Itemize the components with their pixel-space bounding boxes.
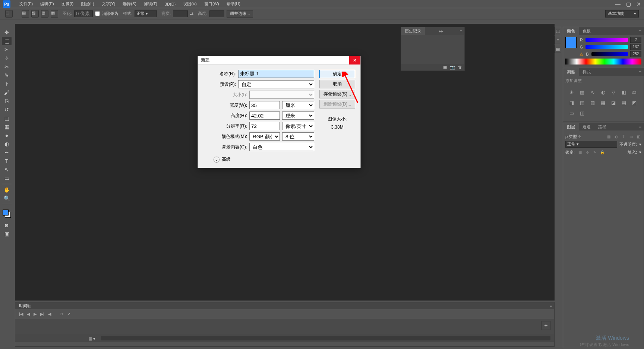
zoom-tool-icon[interactable]: 🔍 (2, 194, 12, 202)
menu-edit[interactable]: 编辑(E) (37, 1, 58, 7)
collapsed-panel-icon-2[interactable]: ≡ (555, 36, 561, 44)
adjust-selective-icon[interactable]: ◫ (579, 110, 585, 116)
close-icon[interactable]: ✕ (634, 0, 644, 8)
workspace-select[interactable]: 基本功能▾ (605, 10, 639, 18)
preset-select[interactable]: 自定 (238, 80, 314, 88)
adjust-exposure-icon[interactable]: ◐ (600, 89, 606, 95)
width-dlg-input[interactable] (249, 101, 280, 109)
tl-play-icon[interactable]: ▶ (34, 312, 37, 317)
eyedropper-tool-icon[interactable]: ✎ (2, 71, 12, 79)
menu-filter[interactable]: 滤镜(T) (140, 1, 161, 7)
selection-add-icon[interactable]: ▧ (31, 10, 39, 18)
color-menu-icon[interactable]: ≡ (637, 29, 644, 33)
swap-wh-icon[interactable]: ⇄ (190, 11, 193, 16)
history-delete-icon[interactable]: 🗑 (458, 65, 462, 69)
ok-button[interactable]: 确定 (319, 70, 355, 78)
tl-transition-icon[interactable]: ↗ (67, 312, 70, 317)
height-dlg-input[interactable] (249, 111, 280, 120)
menu-view[interactable]: 视图(V) (179, 1, 201, 7)
blur-tool-icon[interactable]: ● (2, 131, 12, 139)
color-swatches[interactable] (3, 210, 11, 218)
history-tab[interactable]: 历史记录 (401, 27, 425, 35)
selection-intersect-icon[interactable]: ▩ (51, 10, 58, 18)
menu-layer[interactable]: 图层(L) (77, 1, 98, 7)
adjust-invert-icon[interactable]: ◪ (610, 99, 617, 106)
quick-mask-icon[interactable]: ◙ (2, 221, 12, 229)
tl-prev-icon[interactable]: ◀ (27, 312, 30, 317)
lock-paint-icon[interactable]: ✎ (592, 149, 598, 155)
width-input[interactable] (173, 10, 188, 17)
type-tool-icon[interactable]: T (2, 157, 12, 165)
save-preset-button[interactable]: 存储预设(S)... (319, 90, 355, 98)
adjust-menu-icon[interactable]: ≡ (637, 70, 644, 74)
g-slider[interactable] (585, 45, 628, 49)
adjust-hue-icon[interactable]: ◧ (621, 89, 627, 95)
menu-select[interactable]: 选择(S) (119, 1, 140, 7)
bgcontent-select[interactable]: 白色 (249, 143, 314, 151)
tl-settings-icon[interactable]: ▦ ▾ (88, 336, 95, 341)
marquee-tool-icon[interactable]: ⬚ (2, 37, 12, 45)
adjust-vibrance-icon[interactable]: ▽ (610, 89, 617, 95)
channels-tab[interactable]: 通道 (579, 123, 594, 131)
adjust-gradmap-icon[interactable]: ▭ (568, 110, 575, 116)
adjust-curves-icon[interactable]: ∿ (589, 89, 596, 95)
feather-input[interactable] (74, 10, 93, 17)
foreground-color-swatch[interactable] (3, 210, 9, 216)
adjust-levels-icon[interactable]: ▦ (579, 89, 585, 95)
clone-stamp-tool-icon[interactable]: ⎘ (2, 97, 12, 105)
selection-subtract-icon[interactable]: ▨ (41, 10, 48, 18)
size-select[interactable] (249, 91, 314, 99)
history-snapshot-icon[interactable]: ▦ (443, 65, 447, 70)
b-slider[interactable] (591, 52, 628, 56)
colordepth-select[interactable]: 8 位 (282, 132, 314, 141)
height-unit-select[interactable]: 厘米 (282, 111, 314, 120)
resolution-unit-select[interactable]: 像素/英寸 (282, 122, 314, 130)
antialias-checkbox[interactable] (95, 11, 100, 16)
layers-tab[interactable]: 图层 (563, 123, 579, 131)
path-select-tool-icon[interactable]: ↖ (2, 166, 12, 174)
filter-type-icon[interactable]: T (621, 133, 626, 139)
filter-adjust-icon[interactable]: ◐ (613, 133, 619, 139)
adjust-bw-icon[interactable]: ◨ (568, 99, 575, 106)
timeline-tab[interactable]: 时间轴 (15, 303, 35, 309)
height-input[interactable] (209, 10, 224, 17)
fill-value[interactable]: ▾ (639, 150, 641, 155)
adjustments-tab[interactable]: 调整 (563, 68, 579, 76)
resolution-input[interactable] (249, 122, 280, 130)
filter-shape-icon[interactable]: ▭ (628, 133, 634, 139)
r-slider[interactable] (585, 38, 628, 42)
minimize-icon[interactable]: — (613, 0, 623, 8)
brush-tool-icon[interactable]: 🖌 (2, 88, 12, 97)
adjust-threshold-icon[interactable]: ◩ (631, 99, 638, 106)
healing-brush-tool-icon[interactable]: ⚕ (2, 80, 12, 88)
adjust-photofilter-icon[interactable]: ▧ (579, 99, 585, 106)
adjust-channelmix-icon[interactable]: ▨ (589, 99, 596, 106)
marquee-tool-preset-icon[interactable]: ⬚ (5, 10, 13, 18)
menu-image[interactable]: 图像(I) (58, 1, 77, 7)
move-tool-icon[interactable]: ✥ (2, 28, 12, 37)
menu-help[interactable]: 帮助(H) (223, 1, 244, 7)
name-input[interactable] (238, 70, 314, 78)
advanced-toggle[interactable]: ⌄ (214, 157, 220, 163)
color-swatch[interactable] (565, 37, 577, 48)
screen-mode-icon[interactable]: ▣ (2, 230, 12, 238)
eraser-tool-icon[interactable]: ◫ (2, 114, 12, 122)
lock-all-icon[interactable]: 🔒 (599, 149, 605, 155)
tl-last-icon[interactable]: ◀ (48, 312, 51, 317)
blend-mode-select[interactable]: 正常 ▾ (565, 141, 617, 148)
colormode-select[interactable]: RGB 颜色 (249, 132, 280, 141)
styles-tab[interactable]: 样式 (579, 68, 594, 76)
hand-tool-icon[interactable]: ✋ (2, 186, 12, 194)
history-camera-icon[interactable]: 📷 (450, 65, 455, 70)
timeline-add-button[interactable]: + (542, 321, 550, 330)
collapsed-panel-icon-1[interactable]: ⬚ (555, 27, 561, 35)
r-value[interactable]: 2 (630, 37, 641, 43)
menu-3d[interactable]: 3D(D) (161, 2, 179, 6)
g-value[interactable]: 137 (630, 44, 641, 50)
maximize-icon[interactable]: ▢ (623, 0, 634, 8)
history-brush-tool-icon[interactable]: ↺ (2, 106, 12, 114)
color-tab[interactable]: 颜色 (563, 27, 579, 35)
style-select[interactable]: 正常 ▾ (135, 10, 157, 17)
timeline-track-area[interactable]: + (15, 319, 554, 334)
delete-preset-button[interactable]: 删除预设(D)... (319, 100, 355, 109)
